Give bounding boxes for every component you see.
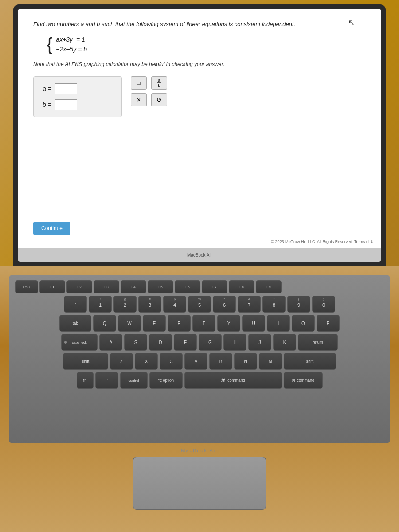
key-w[interactable]: W — [118, 315, 141, 332]
equation-brace: { — [47, 35, 52, 53]
fraction-icon-btn[interactable]: a b — [151, 76, 167, 90]
key-n[interactable]: N — [234, 353, 257, 370]
key-enter[interactable]: return — [298, 334, 338, 351]
key-j[interactable]: J — [248, 334, 271, 351]
input-a-field[interactable] — [55, 83, 77, 94]
math-toolbar: □ a b × — [131, 76, 167, 106]
keyboard: esc F1 F2 F3 F4 F5 F6 F7 F8 F9 ~ ` — [14, 280, 385, 438]
key-space[interactable]: ⌘ command — [184, 372, 282, 389]
keyboard-housing: esc F1 F2 F3 F4 F5 F6 F7 F8 F9 ~ ` — [9, 275, 390, 443]
key-q[interactable]: Q — [93, 315, 116, 332]
key-f5[interactable]: F5 — [148, 280, 173, 293]
key-esc[interactable]: esc — [15, 280, 38, 293]
equation-system: { ax+3y = 1 −2x−5y = b — [47, 35, 366, 53]
key-s[interactable]: S — [124, 334, 147, 351]
key-f1[interactable]: F1 — [39, 280, 65, 293]
key-0[interactable]: ) 0 — [312, 296, 335, 313]
key-m[interactable]: M — [259, 353, 282, 370]
key-f9[interactable]: F9 — [256, 280, 282, 293]
key-6[interactable]: ^ 6 — [213, 296, 236, 313]
key-f4[interactable]: F4 — [121, 280, 146, 293]
key-z[interactable]: Z — [110, 353, 133, 370]
input-b-row: b = — [43, 99, 113, 110]
square-icon: □ — [137, 80, 140, 86]
continue-button[interactable]: Continue — [33, 222, 70, 235]
key-e[interactable]: E — [143, 315, 166, 332]
key-control[interactable]: control — [120, 372, 148, 389]
key-g[interactable]: G — [199, 334, 222, 351]
key-r[interactable]: R — [168, 315, 191, 332]
input-a-label: a = — [43, 85, 51, 92]
undo-btn[interactable]: ↺ — [151, 93, 167, 106]
square-icon-btn[interactable]: □ — [131, 76, 147, 90]
toolbar-row-1: □ a b — [131, 76, 167, 90]
key-tab[interactable]: tab — [59, 315, 91, 332]
key-3[interactable]: # 3 — [138, 296, 161, 313]
clear-btn[interactable]: × — [131, 93, 147, 106]
screen-bezel: ↖ Find two numbers a and b such that the… — [13, 4, 386, 266]
key-i[interactable]: I — [267, 315, 290, 332]
key-b[interactable]: B — [209, 353, 232, 370]
key-7[interactable]: & 7 — [238, 296, 261, 313]
equation-1: ax+3y = 1 — [56, 36, 87, 43]
key-y[interactable]: Y — [217, 315, 240, 332]
key-caps-lock[interactable]: caps lock — [61, 334, 98, 351]
x-icon: × — [137, 96, 141, 103]
caps-lock-dot — [64, 341, 67, 344]
problem-instruction: Find two numbers a and b such that the f… — [33, 20, 366, 29]
trackpad[interactable] — [133, 457, 266, 510]
asdf-key-row: caps lock A S D F G H J K return — [14, 334, 385, 351]
copyright-text: © 2023 McGraw Hill LLC. All Rights Reser… — [271, 239, 377, 244]
laptop-outer: ↖ Find two numbers a and b such that the… — [0, 0, 399, 532]
keyboard-area: esc F1 F2 F3 F4 F5 F6 F7 F8 F9 ~ ` — [0, 266, 399, 532]
fn-key-row: esc F1 F2 F3 F4 F5 F6 F7 F8 F9 — [14, 280, 385, 293]
key-up-arrow[interactable]: ^ — [95, 372, 118, 389]
key-command-right[interactable]: ⌘ command — [284, 372, 323, 389]
key-shift-left[interactable]: shift — [63, 353, 108, 370]
key-f2[interactable]: F2 — [66, 280, 92, 293]
key-option[interactable]: ⌥ option — [149, 372, 183, 389]
key-p[interactable]: P — [317, 315, 340, 332]
key-o[interactable]: O — [292, 315, 315, 332]
key-v[interactable]: V — [184, 353, 207, 370]
screen-bottom-bar: MacBook Air — [18, 248, 381, 262]
key-k[interactable]: K — [273, 334, 296, 351]
key-backtick[interactable]: ~ ` — [64, 296, 87, 313]
key-shift-right[interactable]: shift — [284, 353, 336, 370]
undo-icon: ↺ — [156, 96, 162, 103]
key-2[interactable]: @ 2 — [113, 296, 137, 313]
equation-2: −2x−5y = b — [56, 46, 87, 53]
key-u[interactable]: U — [242, 315, 265, 332]
key-8[interactable]: * 8 — [262, 296, 286, 313]
key-x[interactable]: X — [135, 353, 158, 370]
cursor-arrow: ↖ — [348, 18, 355, 27]
input-b-label: b = — [43, 101, 51, 108]
key-9[interactable]: ( 9 — [287, 296, 310, 313]
key-esc-label: esc — [23, 285, 30, 289]
fraction-icon: a b — [157, 78, 161, 88]
key-f[interactable]: F — [174, 334, 197, 351]
key-h[interactable]: H — [223, 334, 246, 351]
input-a-row: a = — [43, 83, 113, 94]
input-b-field[interactable] — [55, 99, 77, 110]
modifier-key-row: fn ^ control ⌥ option ⌘ command — [14, 372, 385, 389]
key-f8[interactable]: F8 — [229, 280, 254, 293]
key-d[interactable]: D — [149, 334, 172, 351]
key-f6[interactable]: F6 — [175, 280, 200, 293]
key-c[interactable]: C — [160, 353, 183, 370]
key-4[interactable]: $ 4 — [163, 296, 186, 313]
key-fn[interactable]: fn — [77, 372, 94, 389]
input-fields-box: a = b = — [33, 76, 122, 117]
key-5[interactable]: % 5 — [188, 296, 211, 313]
qwerty-key-row: tab Q W E R T Y U I O P — [14, 315, 385, 332]
key-f7[interactable]: F7 — [202, 280, 227, 293]
key-a[interactable]: A — [99, 334, 122, 351]
key-1[interactable]: ! 1 — [89, 296, 112, 313]
key-t[interactable]: T — [192, 315, 215, 332]
macbook-label: MacBook Air — [181, 448, 218, 453]
key-f3[interactable]: F3 — [94, 280, 119, 293]
macbook-screen-label: MacBook Air — [187, 253, 212, 258]
number-key-row: ~ ` ! 1 @ 2 # 3 — [14, 296, 385, 313]
zxcv-key-row: shift Z X C V B N M shift — [14, 353, 385, 370]
note-text: Note that the ALEKS graphing calculator … — [33, 61, 366, 67]
